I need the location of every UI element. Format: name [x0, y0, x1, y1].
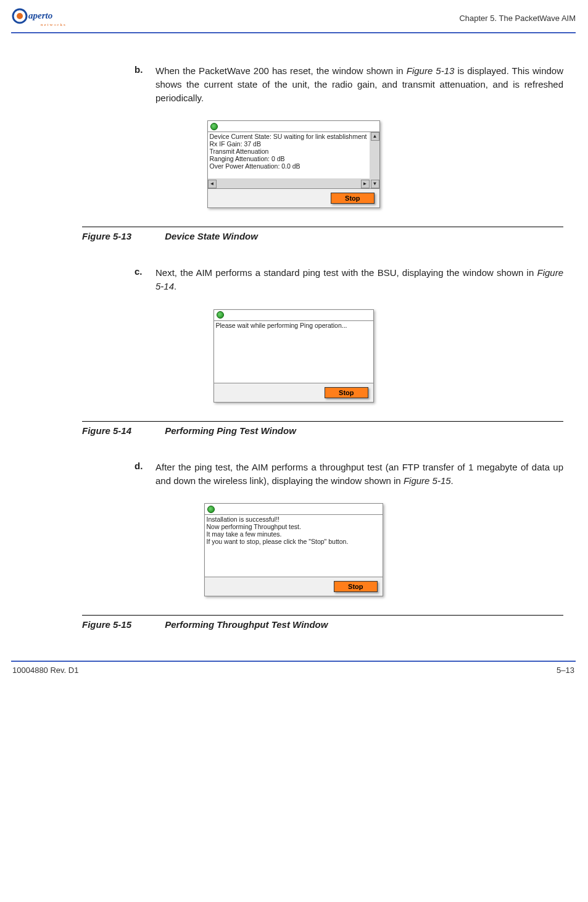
status-icon — [207, 506, 215, 513]
step-letter: d. — [135, 461, 155, 488]
ping-line: Please wait while performing Ping operat… — [216, 322, 371, 329]
header-rule — [11, 32, 576, 33]
svg-text:aperto: aperto — [28, 10, 52, 20]
throughput-line: If you want to stop, please click the "S… — [207, 538, 381, 545]
logo: aperto networks — [11, 6, 79, 30]
step-text: Next, the AIM performs a standard ping t… — [155, 266, 563, 293]
scroll-right-icon[interactable]: ► — [361, 180, 370, 188]
footer-revision: 10004880 Rev. D1 — [12, 666, 78, 675]
state-line: Transmit Attenuation — [210, 148, 368, 155]
stop-button[interactable]: Stop — [325, 387, 368, 398]
figure-reference: Figure 5-13 — [407, 65, 455, 76]
step-letter: b. — [135, 64, 155, 104]
figure-rule — [82, 615, 563, 616]
figure-rule — [82, 227, 563, 227]
figure-caption: Figure 5-13 Device State Window — [82, 231, 563, 241]
svg-point-1 — [17, 13, 23, 19]
step-b: b. When the PacketWave 200 has reset, th… — [135, 64, 563, 104]
status-icon — [217, 311, 224, 319]
figure-caption: Figure 5-14 Performing Ping Test Window — [82, 425, 563, 436]
scroll-down-icon[interactable]: ▼ — [371, 180, 379, 188]
ping-test-window: Please wait while performing Ping operat… — [213, 309, 374, 403]
throughput-line: Installation is successful!! — [207, 516, 381, 523]
figure-rule — [82, 421, 563, 422]
step-d: d. After the ping test, the AIM performs… — [135, 461, 563, 488]
throughput-line: Now performing Throughput test. — [207, 523, 381, 530]
page-number: 5–13 — [557, 666, 574, 675]
throughput-test-window: Installation is successful!! Now perform… — [204, 503, 383, 596]
figure-caption: Figure 5-15 Performing Throughput Test W… — [82, 619, 563, 630]
state-line: Ranging Attenuation: 0 dB — [210, 155, 368, 162]
device-state-window: Device Current State: SU waiting for lin… — [207, 120, 380, 208]
state-line: Rx IF Gain: 37 dB — [210, 140, 368, 148]
step-letter: c. — [135, 266, 155, 293]
stop-button[interactable]: Stop — [331, 193, 374, 204]
throughput-line: It may take a few minutes. — [207, 530, 381, 538]
chapter-title: Chapter 5. The PacketWave AIM — [459, 14, 576, 23]
status-icon — [210, 123, 218, 130]
state-line: Over Power Attenuation: 0.0 dB — [210, 162, 368, 170]
scroll-left-icon[interactable]: ◄ — [208, 180, 217, 188]
step-c: c. Next, the AIM performs a standard pin… — [135, 266, 563, 293]
figure-reference: Figure 5-15 — [404, 475, 451, 486]
state-line: Device Current State: SU waiting for lin… — [210, 133, 368, 140]
svg-text:networks: networks — [41, 22, 67, 27]
scroll-up-icon[interactable]: ▲ — [371, 132, 379, 141]
stop-button[interactable]: Stop — [334, 581, 377, 592]
step-text: When the PacketWave 200 has reset, the w… — [155, 64, 563, 104]
step-text: After the ping test, the AIM performs a … — [155, 461, 563, 488]
